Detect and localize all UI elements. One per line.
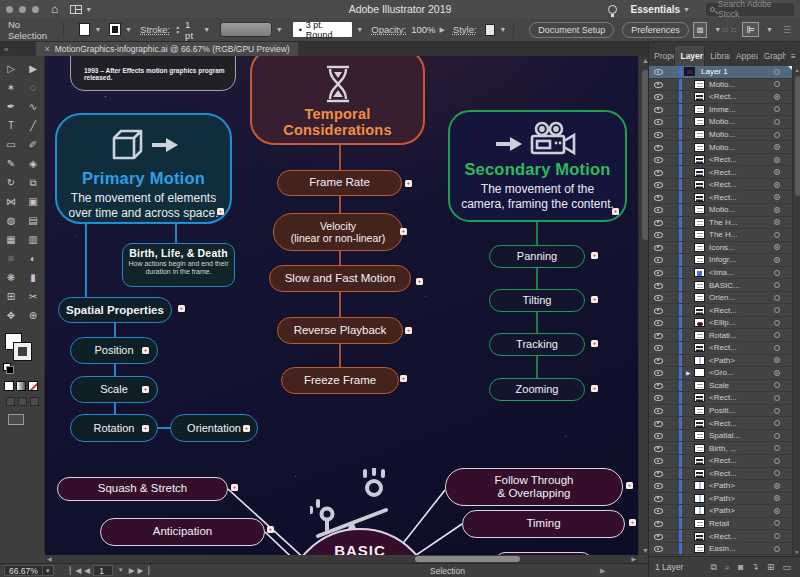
layer-row[interactable]: <Rect...	[649, 455, 793, 468]
clipping-mask-icon[interactable]: ◙	[738, 562, 743, 573]
chevron-right-icon[interactable]: ▶	[439, 26, 444, 34]
layer-row[interactable]: Easin...	[649, 543, 793, 556]
layer-row[interactable]: Imme...	[649, 104, 793, 117]
layer-name[interactable]: <Path>	[709, 506, 735, 515]
secondary-pill-3[interactable]: Tracking	[489, 333, 585, 356]
chevron-down-icon[interactable]: ▼	[766, 26, 773, 33]
collapse-panel-icon[interactable]: «	[4, 45, 8, 54]
lasso-tool-icon[interactable]: ◌	[22, 78, 44, 97]
style-swatch[interactable]	[485, 24, 496, 36]
zoom-tool-icon[interactable]: ⊕	[22, 306, 44, 325]
fill-stroke-control[interactable]	[0, 331, 44, 377]
visibility-eye-icon[interactable]	[654, 482, 662, 490]
artboard-canvas[interactable]: 1993 – After Effects motion graphics pro…	[45, 56, 638, 555]
layer-row[interactable]: Positi...	[649, 405, 793, 418]
temporal-pill-2[interactable]: Velocity (linear or non-linear)	[273, 213, 403, 251]
draw-behind-mode-button[interactable]	[18, 397, 27, 406]
variable-width-profile-dropdown[interactable]	[220, 22, 272, 37]
visibility-eye-icon[interactable]	[654, 156, 662, 164]
layer-name[interactable]: Retail	[709, 519, 729, 528]
layer-row[interactable]: <Path>	[649, 505, 793, 518]
target-circle-icon[interactable]	[774, 232, 780, 238]
color-mode-button[interactable]	[4, 381, 14, 391]
scroll-down-icon[interactable]: ▼	[793, 549, 800, 555]
layer-name[interactable]: <Rect...	[709, 155, 737, 164]
visibility-eye-icon[interactable]	[654, 469, 662, 477]
layer-name[interactable]: <Rect...	[709, 92, 737, 101]
layer-name[interactable]: <Gro...	[709, 368, 734, 377]
paintbrush-tool-icon[interactable]: ✐	[22, 135, 44, 154]
new-sublayer-icon[interactable]: ↴	[751, 562, 759, 573]
target-circle-icon[interactable]	[774, 144, 780, 150]
artboard-number[interactable]: 1	[93, 565, 113, 576]
visibility-eye-icon[interactable]	[654, 545, 662, 553]
style-label[interactable]: Style:	[453, 24, 477, 35]
horizontal-scroll-thumb[interactable]	[415, 556, 520, 562]
stroke-color-control[interactable]	[14, 343, 31, 360]
visibility-eye-icon[interactable]	[654, 319, 662, 327]
target-circle-icon[interactable]	[774, 382, 780, 388]
layer-name[interactable]: Rotati...	[709, 331, 737, 340]
layer-name[interactable]: <Ima...	[709, 268, 734, 277]
expand-chevron-icon[interactable]: ▶	[686, 369, 691, 376]
secondary-pill-4[interactable]: Zooming	[489, 378, 585, 401]
layer-name[interactable]: <Path>	[709, 356, 735, 365]
visibility-eye-icon[interactable]	[654, 168, 662, 176]
horizontal-scrollbar[interactable]: ◀ ▶	[45, 555, 638, 563]
visibility-eye-icon[interactable]	[654, 457, 662, 465]
layer-row[interactable]: <Rect...	[649, 530, 793, 543]
visibility-eye-icon[interactable]	[654, 407, 662, 415]
scroll-right-icon[interactable]: ▶	[631, 555, 636, 563]
layer-name[interactable]: Birth, ...	[709, 444, 737, 453]
symbol-sprayer-tool-icon[interactable]: ❋	[0, 268, 22, 287]
layer-name[interactable]: <Rect...	[709, 168, 737, 177]
visibility-eye-icon[interactable]	[654, 181, 662, 189]
curvature-tool-icon[interactable]: ∿	[22, 97, 44, 116]
visibility-eye-icon[interactable]	[654, 306, 662, 314]
timeline-note-1993[interactable]: 1993 – After Effects motion graphics pro…	[70, 56, 236, 91]
target-circle-icon[interactable]	[774, 420, 780, 426]
stroke-color-swatch[interactable]	[109, 23, 121, 36]
visibility-eye-icon[interactable]	[654, 369, 662, 377]
locate-object-icon[interactable]: ⌕	[725, 562, 730, 573]
layer-row[interactable]: <Path>	[649, 493, 793, 506]
target-circle-icon[interactable]	[774, 483, 780, 489]
target-circle-icon[interactable]	[774, 533, 780, 539]
layer-name[interactable]: Imme...	[709, 105, 736, 114]
layer-row[interactable]: <Rect...	[649, 91, 793, 104]
visibility-eye-icon[interactable]	[654, 80, 662, 88]
temporal-pill-3[interactable]: Slow and Fast Motion	[269, 265, 411, 292]
layer-row[interactable]: Spatial...	[649, 430, 793, 443]
target-circle-icon[interactable]	[774, 182, 780, 188]
visibility-eye-icon[interactable]	[654, 294, 662, 302]
visibility-eye-icon[interactable]	[654, 444, 662, 452]
prev-artboard-icon[interactable]: ◀	[84, 566, 90, 575]
target-circle-icon[interactable]	[774, 106, 780, 112]
visibility-eye-icon[interactable]	[654, 519, 662, 527]
column-graph-tool-icon[interactable]: ▮	[22, 268, 44, 287]
visibility-eye-icon[interactable]	[654, 331, 662, 339]
visibility-eye-icon[interactable]	[654, 494, 662, 502]
list-view-icon[interactable]: ☰	[783, 25, 792, 35]
target-circle-icon[interactable]	[774, 295, 780, 301]
layer-row[interactable]: Infogr...	[649, 254, 793, 267]
line-segment-tool-icon[interactable]: ╱	[22, 116, 44, 135]
visibility-eye-icon[interactable]	[654, 193, 662, 201]
principle-pill-left-2[interactable]: Anticipation	[100, 518, 265, 546]
selection-tool-icon[interactable]: ▶	[22, 59, 44, 78]
layer-row[interactable]: <Path>	[649, 480, 793, 493]
temporal-pill-1[interactable]: Frame Rate	[277, 170, 402, 196]
layer-name[interactable]: Icons...	[709, 243, 735, 252]
rotate-tool-icon[interactable]: ↻	[0, 173, 22, 192]
type-tool-icon[interactable]: T	[0, 116, 22, 135]
draw-normal-mode-button[interactable]	[6, 397, 15, 406]
layer-name[interactable]: <Rect...	[709, 393, 737, 402]
stroke-weight-stepper[interactable]: ▲▼	[175, 25, 180, 34]
zoom-dropdown-icon[interactable]: ▼	[43, 565, 54, 576]
visibility-eye-icon[interactable]	[654, 93, 662, 101]
layer-row[interactable]: Scale	[649, 380, 793, 393]
target-circle-icon[interactable]	[774, 520, 780, 526]
visibility-eye-icon[interactable]	[654, 118, 662, 126]
layer-row[interactable]: <Path>	[649, 355, 793, 368]
target-circle-icon[interactable]	[774, 307, 780, 313]
